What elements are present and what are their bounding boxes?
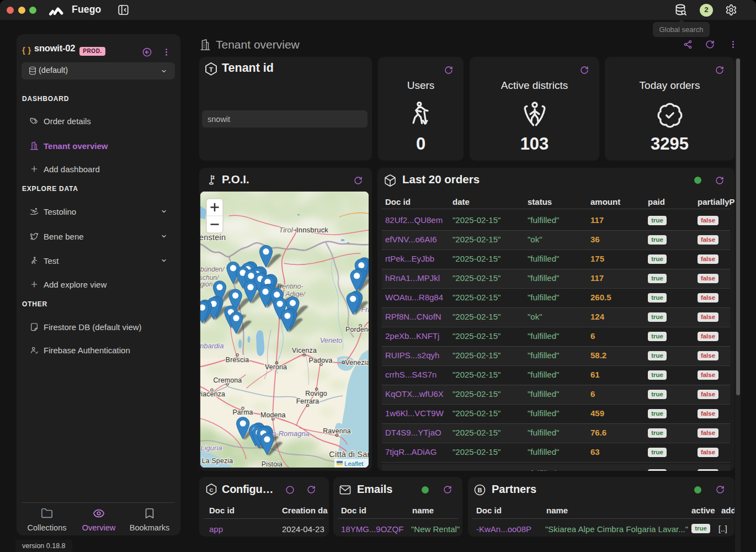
- svg-text:Tirol: Tirol: [279, 226, 293, 234]
- svg-text:Liguria: Liguria: [200, 444, 222, 452]
- svg-text:Ravenna: Ravenna: [323, 427, 351, 435]
- svg-text:Vicenza: Vicenza: [292, 347, 317, 354]
- svg-text:Padova: Padova: [309, 357, 333, 364]
- svg-text:C: C: [209, 487, 213, 493]
- svg-text:Veneto: Veneto: [320, 336, 343, 344]
- svg-text:bünden/: bünden/: [200, 266, 225, 273]
- svg-text:Brescia: Brescia: [226, 356, 249, 364]
- svg-text:Modena: Modena: [260, 411, 286, 419]
- svg-text:Innsbruck: Innsbruck: [296, 226, 328, 234]
- svg-text:Ferrara: Ferrara: [296, 397, 320, 405]
- svg-text:Città di San: Città di San: [329, 450, 369, 459]
- svg-text:Piacenza: Piacenza: [200, 390, 225, 398]
- svg-text:Parma: Parma: [232, 408, 253, 416]
- svg-text:T: T: [209, 66, 213, 73]
- svg-text:Verona: Verona: [265, 363, 287, 371]
- svg-text:La Spezia: La Spezia: [202, 457, 233, 465]
- svg-text:Venezia: Venezia: [345, 359, 369, 367]
- svg-text:Adige/: Adige/: [285, 290, 306, 298]
- svg-text:enstein: enstein: [200, 233, 226, 242]
- svg-text:Pistoia: Pistoia: [262, 460, 283, 468]
- svg-text:igion: igion: [200, 280, 213, 288]
- svg-text:Lombardia: Lombardia: [200, 342, 223, 350]
- svg-text:B: B: [478, 487, 482, 493]
- svg-text:Leaflet: Leaflet: [344, 460, 364, 467]
- svg-text:Rovigo: Rovigo: [305, 390, 327, 397]
- svg-text:Pordenone: Pordenone: [345, 326, 369, 333]
- svg-text:Cremona: Cremona: [213, 376, 242, 384]
